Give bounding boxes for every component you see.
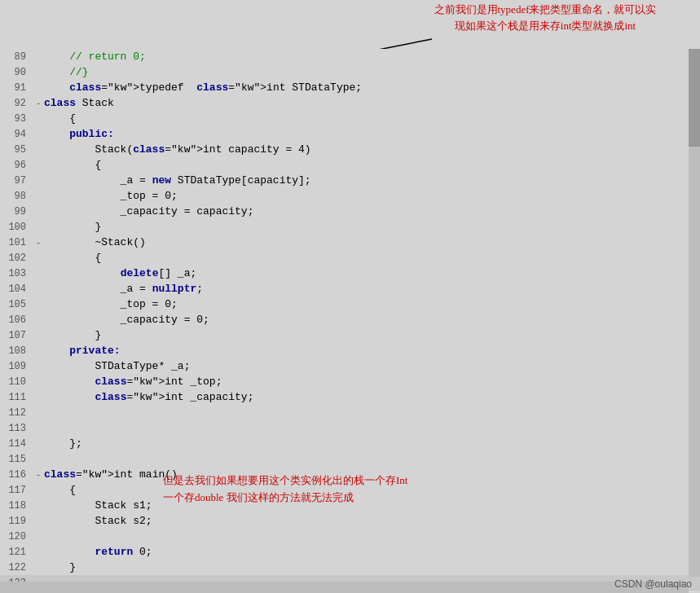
table-row: 99 _capacity = capacity; [0,204,700,219]
annotation-area: 之前我们是用typedef来把类型重命名，就可以实 现如果这个栈是用来存int类… [0,0,700,49]
code-line: ~Stack() [44,236,146,248]
vertical-scrollbar[interactable] [689,49,700,577]
code-line: _a = new STDataType[capacity]; [44,174,311,187]
line-number: 121 [0,547,33,558]
line-number: 105 [0,299,33,310]
line-number: 112 [0,407,33,419]
table-row: 120 [0,529,700,544]
line-number: 120 [0,531,33,542]
code-line: Stack(class="kw">int capacity = 4) [44,143,311,156]
horizontal-scrollbar[interactable] [0,582,689,593]
annotation-bottom: 但是去我们如果想要用这个类实例化出的栈一个存Int 一个存double 我们这样… [163,472,554,507]
table-row: 100 } [0,219,700,235]
table-row: 114 }; [0,436,700,451]
table-row: 119 Stack s2; [0,513,700,529]
line-number: 108 [0,345,33,357]
code-line: } [44,221,101,233]
code-line: { [44,112,76,125]
table-row: 94 public: [0,126,700,142]
line-number: 93 [0,113,33,125]
code-line: { [44,252,101,264]
line-number: 110 [0,376,33,388]
scrollbar-thumb[interactable] [689,49,700,147]
table-row: 95 Stack(class="kw">int capacity = 4) [0,142,700,157]
code-line: _capacity = capacity; [44,205,253,217]
table-row: 112 [0,405,700,420]
line-number: 94 [0,129,33,140]
line-number: 115 [0,454,33,465]
code-line: { [44,484,76,496]
code-line: // return 0; [44,51,146,63]
table-row: 115 [0,451,700,467]
fold-indicator[interactable]: - [33,470,44,480]
line-number: 103 [0,268,33,279]
code-line: private: [44,345,121,357]
table-row: 105 _top = 0; [0,296,700,312]
line-number: 96 [0,160,33,171]
table-row: 101- ~Stack() [0,235,700,250]
code-line: Stack s2; [44,515,152,527]
code-line: { [44,159,101,171]
table-row: 93 { [0,111,700,126]
table-row: 104 _a = nullptr; [0,281,700,296]
table-row: 96 { [0,157,700,173]
table-row: 91 class="kw">typedef class="kw">int STD… [0,80,700,95]
line-number: 98 [0,191,33,202]
line-number: 119 [0,516,33,527]
code-container: 之前我们是用typedef来把类型重命名，就可以实 现如果这个栈是用来存int类… [0,0,700,593]
code-line: } [44,329,101,341]
code-line: delete[] _a; [44,267,196,279]
line-number: 89 [0,51,33,63]
code-line: } [44,561,76,573]
line-number: 109 [0,361,33,372]
line-number: 107 [0,330,33,341]
table-row: 121 return 0; [0,544,700,560]
table-row: 103 delete[] _a; [0,266,700,281]
table-row: 107 } [0,327,700,343]
code-line: class="kw">int _top; [44,376,222,388]
line-number: 116 [0,469,33,481]
fold-indicator[interactable]: - [33,99,44,108]
table-row: 110 class="kw">int _top; [0,374,700,389]
annotation-top: 之前我们是用typedef来把类型重命名，就可以实 现如果这个栈是用来存int类… [407,2,684,33]
code-line: }; [44,437,82,450]
line-number: 111 [0,392,33,403]
table-row: 102 { [0,250,700,266]
code-line: Stack s1; [44,499,152,512]
table-row: 92-class Stack [0,95,700,111]
line-number: 92 [0,98,33,109]
code-line: class="kw">int main() [44,468,178,481]
table-row: 122 } [0,560,700,575]
table-row: 108 private: [0,343,700,358]
table-row: 106 _capacity = 0; [0,312,700,327]
table-row: 89 // return 0; [0,49,700,64]
table-row: 109 STDataType* _a; [0,358,700,374]
line-number: 118 [0,500,33,512]
line-number: 122 [0,562,33,573]
code-line: //} [44,66,89,78]
code-line: class="kw">int _capacity; [44,391,253,403]
table-row: 90 //} [0,64,700,80]
line-number: 95 [0,144,33,156]
code-line: STDataType* _a; [44,360,190,372]
code-line: _capacity = 0; [44,314,209,326]
code-line: class Stack [44,97,114,109]
line-number: 97 [0,175,33,187]
fold-indicator[interactable]: - [33,238,44,248]
line-number: 91 [0,82,33,94]
table-row: 113 [0,420,700,436]
line-number: 100 [0,222,33,233]
table-row: 97 _a = new STDataType[capacity]; [0,173,700,188]
code-line: public: [44,128,114,140]
code-line: _top = 0; [44,298,178,310]
watermark: CSDN @oulaqiao [614,578,692,590]
line-number: 104 [0,283,33,295]
line-number: 102 [0,253,33,264]
line-number: 113 [0,423,33,434]
line-number: 101 [0,237,33,248]
table-row: 111 class="kw">int _capacity; [0,389,700,405]
table-row: 98 _top = 0; [0,188,700,204]
line-number: 99 [0,206,33,217]
code-line: _a = nullptr; [44,283,203,295]
line-number: 114 [0,438,33,450]
